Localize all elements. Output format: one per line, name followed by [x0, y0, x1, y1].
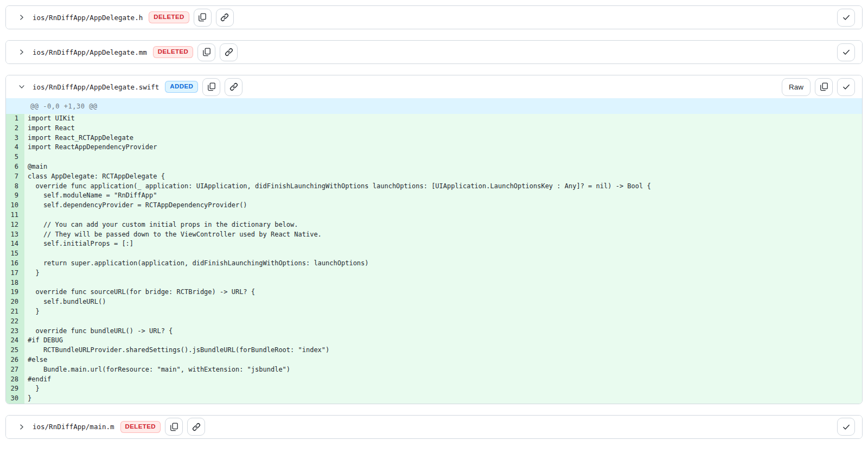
- mark-complete-button[interactable]: [837, 418, 855, 436]
- code-line: 10 self.dependencyProvider = RCTAppDepen…: [6, 201, 862, 210]
- code-text: import UIKit: [24, 114, 862, 124]
- hunk-header-text: @@ -0,0 +1,30 @@: [30, 103, 98, 110]
- code-text: import ReactAppDependencyProvider: [24, 143, 862, 152]
- code-line: 13 // They will be passed down to the Vi…: [6, 230, 862, 240]
- code-line: 3 import React_RCTAppDelegate: [6, 133, 862, 143]
- copy-icon: [202, 48, 211, 56]
- line-number: 27: [6, 365, 24, 375]
- link-icon: [225, 48, 233, 56]
- code-line: 18: [6, 278, 862, 288]
- diff-code-block: 1 import UIKit 2 import React 3 import R…: [6, 114, 862, 404]
- code-line: 24 #if DEBUG: [6, 336, 862, 346]
- file-path: ios/RnDiffApp/AppDelegate.mm: [33, 48, 147, 56]
- code-line: 5: [6, 152, 862, 162]
- mark-complete-button[interactable]: [837, 9, 855, 27]
- copy-file-button[interactable]: [815, 78, 833, 96]
- code-line: 14 self.initialProps = [:]: [6, 239, 862, 249]
- code-text: override func application(_ application:…: [24, 182, 862, 192]
- code-line: 17 }: [6, 269, 862, 278]
- line-number: 10: [6, 201, 24, 210]
- copy-path-button[interactable]: [197, 43, 215, 61]
- code-text: return super.application(application, di…: [24, 259, 862, 269]
- copy-icon: [170, 423, 178, 431]
- copy-path-button[interactable]: [202, 78, 220, 96]
- code-line: 11: [6, 210, 862, 220]
- copy-icon: [207, 82, 216, 91]
- line-number: 16: [6, 259, 24, 269]
- file-panel-appdelegate-swift: ios/RnDiffApp/AppDelegate.swift ADDED Ra…: [5, 75, 863, 404]
- hunk-header: @@ -0,0 +1,30 @@: [6, 98, 862, 114]
- copy-path-button[interactable]: [165, 418, 183, 436]
- code-line: 26 #else: [6, 355, 862, 365]
- copy-link-button[interactable]: [216, 9, 234, 27]
- line-number: 2: [6, 124, 24, 133]
- code-text: #if DEBUG: [24, 336, 862, 346]
- code-text: [24, 152, 862, 162]
- code-text: [24, 249, 862, 259]
- file-header[interactable]: ios/RnDiffApp/AppDelegate.h DELETED: [6, 6, 862, 29]
- code-text: class AppDelegate: RCTAppDelegate {: [24, 172, 862, 182]
- file-header[interactable]: ios/RnDiffApp/AppDelegate.mm DELETED: [6, 41, 862, 63]
- code-text: // You can add your custom initial props…: [24, 220, 862, 230]
- code-line: 16 return super.application(application,…: [6, 259, 862, 269]
- mark-complete-button[interactable]: [837, 78, 855, 96]
- line-number: 3: [6, 133, 24, 143]
- code-line: 8 override func application(_ applicatio…: [6, 182, 862, 192]
- code-text: }: [24, 269, 862, 278]
- raw-button[interactable]: Raw: [782, 78, 810, 96]
- line-number: 12: [6, 220, 24, 230]
- code-text: override func bundleURL() -> URL? {: [24, 327, 862, 336]
- check-icon: [842, 48, 851, 56]
- code-text: [24, 278, 862, 288]
- code-text: }: [24, 394, 862, 404]
- code-text: override func sourceURL(for bridge: RCTB…: [24, 288, 862, 297]
- line-number: 9: [6, 191, 24, 201]
- line-number: 25: [6, 346, 24, 355]
- check-icon: [842, 13, 851, 22]
- file-header[interactable]: ios/RnDiffApp/AppDelegate.swift ADDED Ra…: [6, 75, 862, 98]
- copy-icon: [820, 82, 828, 91]
- file-panel-appdelegate-h: ios/RnDiffApp/AppDelegate.h DELETED: [5, 5, 863, 29]
- code-line: 28 #endif: [6, 375, 862, 385]
- code-line: 15: [6, 249, 862, 259]
- chevron-right-icon[interactable]: [17, 13, 26, 22]
- line-number: 22: [6, 317, 24, 327]
- copy-link-button[interactable]: [187, 418, 205, 436]
- file-status-badge: DELETED: [120, 421, 161, 433]
- line-number: 18: [6, 278, 24, 288]
- code-text: }: [24, 384, 862, 394]
- line-number: 20: [6, 297, 24, 307]
- line-number: 11: [6, 210, 24, 220]
- code-text: import React_RCTAppDelegate: [24, 133, 862, 143]
- file-header[interactable]: ios/RnDiffApp/main.m DELETED: [6, 416, 862, 438]
- line-number: 13: [6, 230, 24, 240]
- code-text: self.dependencyProvider = RCTAppDependen…: [24, 201, 862, 210]
- file-path: ios/RnDiffApp/main.m: [33, 423, 114, 431]
- line-number: 26: [6, 355, 24, 365]
- code-text: Bundle.main.url(forResource: "main", wit…: [24, 365, 862, 375]
- chevron-right-icon[interactable]: [17, 48, 26, 56]
- line-number: 1: [6, 114, 24, 124]
- copy-link-button[interactable]: [225, 78, 242, 96]
- chevron-right-icon[interactable]: [17, 423, 26, 431]
- code-text: self.initialProps = [:]: [24, 239, 862, 249]
- code-text: #endif: [24, 375, 862, 385]
- code-line: 1 import UIKit: [6, 114, 862, 124]
- copy-link-button[interactable]: [220, 43, 238, 61]
- line-number: 30: [6, 394, 24, 404]
- file-panel-main-m: ios/RnDiffApp/main.m DELETED: [5, 415, 863, 439]
- copy-path-button[interactable]: [194, 9, 212, 27]
- line-number: 19: [6, 288, 24, 297]
- code-line: 4 import ReactAppDependencyProvider: [6, 143, 862, 152]
- file-path: ios/RnDiffApp/AppDelegate.h: [33, 14, 143, 22]
- code-line: 9 self.moduleName = "RnDiffApp": [6, 191, 862, 201]
- code-text: }: [24, 307, 862, 317]
- code-line: 2 import React: [6, 124, 862, 133]
- line-number: 21: [6, 307, 24, 317]
- mark-complete-button[interactable]: [837, 43, 855, 61]
- code-text: self.moduleName = "RnDiffApp": [24, 191, 862, 201]
- chevron-down-icon[interactable]: [17, 82, 26, 91]
- check-icon: [842, 82, 851, 91]
- code-line: 30 }: [6, 394, 862, 404]
- line-number: 7: [6, 172, 24, 182]
